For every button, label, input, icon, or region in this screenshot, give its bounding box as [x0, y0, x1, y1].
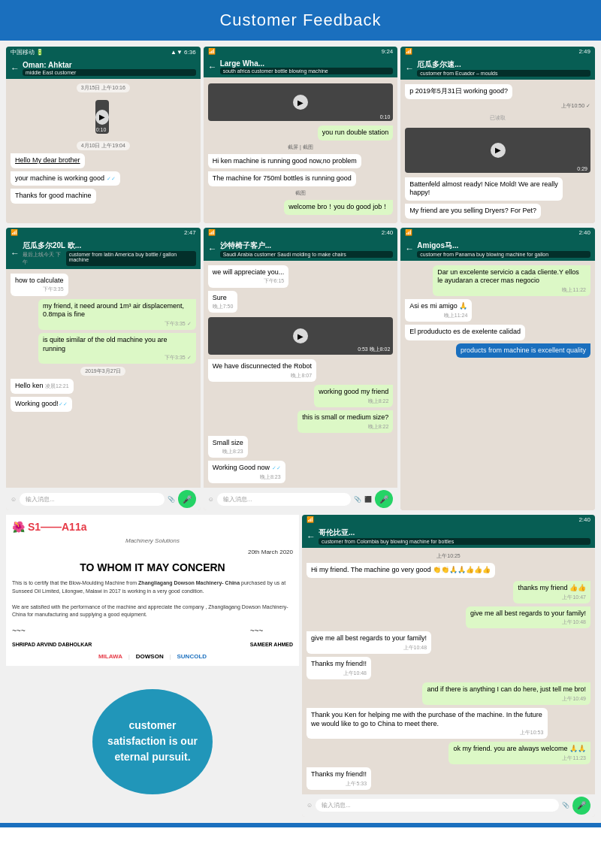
play-button-5[interactable]: ▶: [293, 328, 308, 343]
msg-4-3: is quite similar of the old machine you …: [38, 333, 196, 364]
contact-name-2: Large Wha...: [220, 59, 394, 68]
label-badge-2: south africa customer bottle blowing mac…: [220, 68, 394, 74]
contact-name-1: Oman: Ahktar: [23, 61, 196, 69]
input-field-4[interactable]: 输入消息...: [20, 493, 164, 506]
time-2: 9:24: [382, 48, 394, 55]
time-5: 2:40: [382, 229, 394, 236]
chat-header-5: ← 沙特椅子客户... Saudi Arabia customer Saudi …: [204, 237, 398, 261]
msg-2-4: welcome bro！you do good job！: [284, 200, 393, 215]
back-arrow-3[interactable]: ←: [405, 63, 414, 74]
time-6: 2:40: [578, 229, 590, 236]
timestamp-1b: 4月10日 上午19:04: [77, 141, 130, 150]
play-button-1[interactable]: ▶: [95, 110, 109, 125]
msg-5-1: we will appreciate you...下午6:15: [208, 265, 289, 288]
chat-middle-east: 中国移动 🔋 ▲▼ 6:36 ← Oman: Ahktar middle Eas…: [6, 47, 201, 223]
msg-7-5: Thanks my friend!!上午10:48: [307, 657, 371, 679]
cert-logo: 🌺 S1——A11a: [12, 521, 86, 533]
input-bar-4: ☺ 输入消息... 📎 🎤: [6, 488, 201, 510]
label-badge-5: Saudi Arabia customer Saudi molding to m…: [220, 251, 394, 258]
input-field-5[interactable]: 输入消息...: [217, 493, 352, 506]
msg-6-2: Asi es mi amigo 🙏晚上11:24: [405, 299, 472, 322]
msg-7-4: give me all best regards to your family!…: [307, 631, 431, 654]
back-arrow-icon[interactable]: ←: [11, 63, 20, 74]
msg-1-2: your machine is working good ✓✓: [11, 171, 120, 186]
chat-header-1: ← Oman: Ahktar middle East customer: [6, 58, 201, 79]
msg-7-9: Thanks my friend!!上午5:33: [307, 767, 371, 790]
page-wrapper: Customer Feedback 中国移动 🔋 ▲▼ 6:36 ← Oman:…: [0, 0, 601, 827]
back-arrow-7[interactable]: ←: [307, 531, 316, 542]
msg-4-1: how to calculate下午3:35: [11, 274, 68, 296]
contact-name-7: 哥伦比亚...: [319, 528, 590, 538]
main-content: 中国移动 🔋 ▲▼ 6:36 ← Oman: Ahktar middle Eas…: [0, 41, 601, 823]
emoji-icon-5[interactable]: ☺: [208, 496, 214, 503]
msg-5-7: Working Good now ✓✓晚上8:23: [208, 461, 285, 483]
chat-south-africa: 📶 9:24 ← Large Wha... south africa custo…: [204, 47, 398, 223]
attach-icon-5[interactable]: 📎: [354, 496, 361, 503]
chat-saudi-arabia: 📶 2:40 ← 沙特椅子客户... Saudi Arabia customer…: [204, 228, 398, 510]
contact-name-3: 厄瓜多尔速...: [417, 59, 590, 70]
input-bar-7: ☺ 输入消息... 📎 🎤: [302, 794, 595, 817]
footer-bar-blue: [0, 823, 601, 827]
mic-button-7[interactable]: 🎤: [572, 797, 590, 815]
label-badge-4: customer from latin America buy bottle /…: [66, 251, 196, 266]
chat-body-4: how to calculate下午3:35 my friend, it nee…: [6, 269, 201, 488]
msg-5-2: Sure晚上7:50: [208, 291, 238, 313]
video-thumb-5: ▶ 0:53 晚上8:02: [208, 317, 394, 355]
msg-2-2: Hi ken machine is running good now,no pr…: [208, 154, 361, 169]
chat-body-6: Dar un excelente servicio a cada cliente…: [400, 261, 595, 510]
input-field-7[interactable]: 输入消息...: [316, 799, 559, 812]
chat-ecuador: 📶 2:49 ← 厄瓜多尔速... customer from Ecuador …: [400, 47, 595, 223]
emoji-icon[interactable]: ☺: [11, 496, 17, 503]
attach-icon-7[interactable]: 📎: [562, 802, 569, 809]
cert-header: 🌺 S1——A11a: [12, 521, 293, 533]
contact-name-5: 沙特椅子客户...: [220, 240, 394, 251]
page-title: Customer Feedback: [0, 11, 601, 30]
cert-body: This is to certify that the Blow-Mouldin…: [12, 579, 293, 619]
msg-1-1: Hello My dear brother: [11, 153, 85, 168]
label-badge-7: customer from Colombia buy blowing machi…: [319, 538, 590, 545]
contact-name-4: 厄瓜多尔20L 欧...: [23, 240, 196, 251]
mid-row: 📶 2:47 ← 厄瓜多尔20L 欧... 最后上线今天 下午 customer…: [6, 228, 595, 510]
status-bar-3: 📶 2:49: [400, 47, 595, 56]
msg-7-6: and if there is anything I can do here, …: [422, 682, 590, 705]
back-arrow-2[interactable]: ←: [208, 62, 217, 72]
status-bar-1: 中国移动 🔋 ▲▼ 6:36: [6, 47, 201, 58]
brand-milawa: MILAWA: [98, 653, 122, 660]
back-arrow-6[interactable]: ←: [405, 243, 414, 254]
timestamp-1: 3月15日 上午10:16: [77, 83, 130, 92]
chat-colombia: 📶 2:40 ← 哥伦比亚... customer from Colombia …: [302, 515, 595, 817]
msg-2-3: The machine for 750ml bottles is running…: [208, 171, 356, 186]
mic-button-4[interactable]: 🎤: [178, 490, 196, 508]
input-bar-5: ☺ 输入消息... 📎 ⬛ 🎤: [204, 488, 398, 510]
label-badge-1: middle East customer: [23, 69, 196, 76]
video-thumb-3: ▶ 0:29: [405, 128, 590, 173]
mic-button-5[interactable]: 🎤: [375, 490, 393, 508]
msg-5-5: this is small or medium size?晚上8:22: [297, 410, 393, 433]
oval-text: customer satisfaction is our eternal pur…: [100, 718, 205, 765]
back-arrow-4[interactable]: ←: [11, 248, 20, 259]
brand-suncold: SUNCOLD: [177, 653, 207, 660]
satisfaction-oval: customer satisfaction is our eternal pur…: [92, 689, 213, 794]
back-arrow-5[interactable]: ←: [208, 243, 217, 254]
play-button-3[interactable]: ▶: [491, 143, 506, 158]
chat-body-7: 上午10:25 Hi my friend. The machine go ver…: [302, 548, 595, 794]
brand-dowson: DOWSON: [136, 653, 164, 660]
status-bar-7: 📶 2:40: [302, 515, 595, 525]
cert-title: TO WHOM IT MAY CONCERN: [12, 561, 293, 573]
msg-7-7: Thank you Ken for helping me with the pu…: [307, 708, 548, 739]
chat-header-7: ← 哥伦比亚... customer from Colombia buy blo…: [302, 525, 595, 548]
signer1: SHRIPAD ARVIND DABHOLKAR: [12, 642, 92, 647]
msg-3-2: Battenfeld almost ready! Nice Mold! We a…: [405, 177, 563, 201]
msg-7-8: ok my friend. you are always welcome 🙏🙏上…: [448, 742, 590, 764]
emoji-icon-7[interactable]: ☺: [307, 802, 313, 809]
time-3: 2:49: [578, 48, 590, 55]
play-button-2[interactable]: ▶: [293, 95, 308, 110]
video-thumb-1: ▶ 0:10: [95, 100, 109, 134]
attach-icon[interactable]: 📎: [168, 496, 175, 503]
certificate-wrapper: 🌺 S1——A11a Machinery Solutions 20th Marc…: [6, 515, 299, 817]
msg-4-4: Hello ken 凌晨12:21: [11, 379, 74, 394]
chat-header-3: ← 厄瓜多尔速... customer from Ecuador – mould…: [400, 56, 595, 80]
msg-1-3: Thanks for good machine: [11, 189, 96, 204]
msg-6-3: El produducto es de exelente calidad: [405, 325, 525, 340]
bottom-section: 🌺 S1——A11a Machinery Solutions 20th Marc…: [6, 515, 595, 817]
